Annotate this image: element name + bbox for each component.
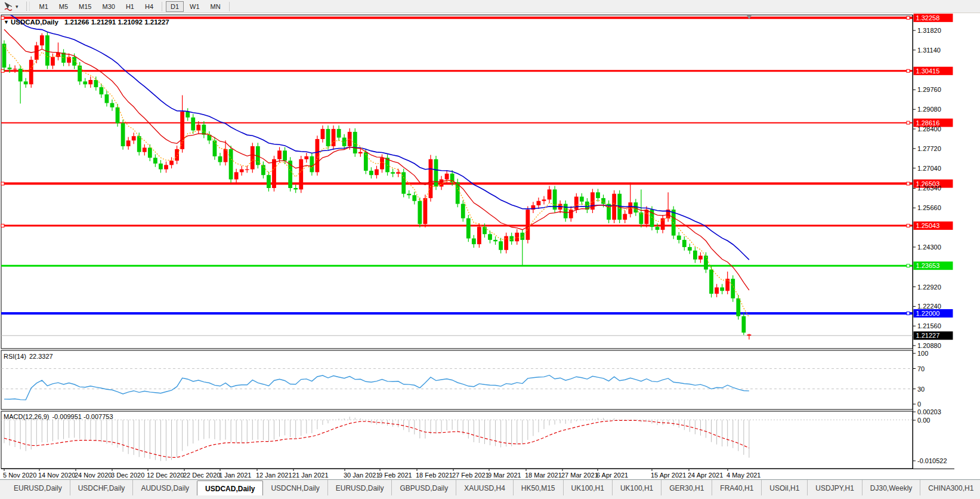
hline-right-handle[interactable] (907, 16, 910, 19)
chart-tab-EURUSD-Daily[interactable]: EURUSD,Daily (327, 480, 392, 495)
hline-right-handle[interactable] (907, 312, 910, 315)
chart-tab-DJ30-Weekly[interactable]: DJ30,Weekly (862, 480, 920, 495)
chart-collapse-icon[interactable]: ▼ (4, 19, 9, 25)
chart-tab-bar: EURUSD,DailyUSDCHF,DailyAUDUSD,DailyUSDC… (0, 479, 980, 495)
candle-body (272, 159, 276, 188)
macd-axis-label: -0.010522 (917, 457, 947, 464)
chart-tab-USDJPY-H1[interactable]: USDJPY,H1 (807, 480, 861, 495)
candle-body (234, 172, 239, 179)
hline-right-handle[interactable] (907, 121, 910, 124)
rsi-pane[interactable] (1, 350, 913, 409)
toolbar: ▾ M1M5M15M30H1H4D1W1MN (0, 0, 980, 13)
candle-body (504, 236, 508, 250)
hline-right-handle[interactable] (907, 182, 910, 185)
hline-right-handle[interactable] (907, 264, 910, 267)
chart-tab-GBPUSD-Daily[interactable]: GBPUSD,Daily (391, 480, 456, 495)
price-tick-label: 1.22240 (917, 303, 941, 310)
price-tick-label: 1.29080 (917, 106, 941, 113)
date-tick-label: 24 Apr 2021 (688, 472, 723, 479)
dropdown-caret-icon: ▾ (16, 4, 18, 10)
candle-body (525, 210, 530, 240)
rsi-value: 22.3327 (29, 353, 53, 360)
candle-body (537, 201, 541, 205)
candle-body (736, 298, 740, 316)
status-strip (0, 495, 980, 499)
date-tick-label: 5 Nov 2020 (3, 472, 36, 479)
rsi-level-label: 100 (917, 350, 928, 357)
candle-body (283, 150, 287, 161)
macd-pane[interactable] (1, 411, 913, 469)
timeframe-button-W1[interactable]: W1 (185, 1, 205, 12)
chart-tab-USDCAD-Daily[interactable]: USDCAD,Daily (197, 480, 263, 495)
candle-body (153, 158, 157, 164)
chart-tab-UK100-H1[interactable]: UK100,H1 (612, 480, 661, 495)
chart-tab-UK100-H1[interactable]: UK100,H1 (563, 480, 612, 495)
candle-body (277, 150, 282, 159)
candle-body (148, 147, 152, 158)
hline-right-handle[interactable] (907, 69, 910, 72)
chart-symbol-period: USDCAD,Daily (11, 19, 58, 26)
date-tick-label: 27 Mar 2021 (561, 472, 598, 479)
cursor-tool-button[interactable]: ▾ (1, 1, 21, 12)
chart-canvas[interactable]: 1.322581.304151.286161.265031.250431.236… (0, 0, 980, 479)
timeframe-button-M15[interactable]: M15 (74, 1, 96, 12)
chart-tab-USOil-H1[interactable]: USOil,H1 (761, 480, 807, 495)
timeframe-button-H4[interactable]: H4 (140, 1, 158, 12)
timeframe-button-MN[interactable]: MN (206, 1, 225, 12)
candle-body (499, 241, 503, 250)
price-pane[interactable] (1, 15, 913, 349)
chart-tab-USDCNH-Daily[interactable]: USDCNH,Daily (263, 480, 327, 495)
candle-body (304, 156, 308, 159)
candle-body (245, 170, 249, 170)
candle-body (623, 214, 627, 220)
hline-price-label: 1.30415 (916, 67, 940, 75)
chart-tab-GER30-H1[interactable]: GER30,H1 (661, 480, 712, 495)
chart-tab-USDCHF-Daily[interactable]: USDCHF,Daily (70, 480, 133, 495)
candle-body (180, 112, 184, 149)
candle-body (434, 159, 438, 187)
hline-left-handle[interactable] (1, 182, 4, 185)
candle-body (698, 255, 703, 259)
candle-body (337, 129, 341, 137)
candle-body (574, 196, 579, 210)
hline-left-handle[interactable] (1, 224, 4, 227)
candle-body (645, 210, 649, 224)
candle-body (423, 198, 428, 224)
hline-left-handle[interactable] (1, 69, 4, 72)
chart-tab-AUDUSD-Daily[interactable]: AUDUSD,Daily (132, 480, 197, 495)
chart-tab-FRA40-H1[interactable]: FRA40,H1 (712, 480, 761, 495)
candle-body (169, 161, 174, 165)
candle-body (105, 94, 109, 103)
timeframe-button-M30[interactable]: M30 (98, 1, 120, 12)
candle-body (358, 152, 363, 153)
toolbar-grip[interactable] (26, 2, 30, 11)
candle-body (251, 146, 255, 170)
timeframe-button-M5[interactable]: M5 (54, 1, 73, 12)
date-tick-label: 18 Feb 2021 (416, 472, 453, 479)
date-tick-label: 14 Nov 2020 (38, 472, 75, 479)
macd-indicator-label: MACD(12,26,9)-0.009951 -0.007753 (4, 413, 113, 420)
candle-body (159, 164, 163, 170)
candle-body (267, 175, 271, 188)
candle-body (596, 192, 600, 198)
candle-body (224, 149, 228, 162)
price-tick-label: 1.26340 (917, 184, 941, 192)
chart-tab-CHINA300-H1[interactable]: CHINA300,H1 (920, 480, 980, 495)
candle-body (564, 204, 568, 218)
candle-body (299, 159, 303, 190)
chart-tab-XAUUSD-H4[interactable]: XAUUSD,H4 (456, 480, 513, 495)
date-tick-label: 4 May 2021 (727, 472, 760, 479)
chart-tab-EURUSD-Daily[interactable]: EURUSD,Daily (6, 480, 70, 495)
price-tick-label: 1.21560 (917, 322, 941, 329)
candle-body (688, 247, 692, 251)
timeframe-button-D1[interactable]: D1 (166, 1, 184, 12)
hline-right-handle[interactable] (907, 224, 910, 227)
timeframe-button-M1[interactable]: M1 (35, 1, 53, 12)
timeframe-button-H1[interactable]: H1 (121, 1, 139, 12)
candle-body (143, 147, 147, 152)
candle-body (326, 129, 330, 146)
candle-body (213, 140, 217, 156)
date-tick-label: 1 Jan 2021 (219, 472, 251, 479)
chart-tab-HK50-M15[interactable]: HK50,M15 (513, 480, 563, 495)
rsi-level-label: 70 (917, 365, 925, 372)
